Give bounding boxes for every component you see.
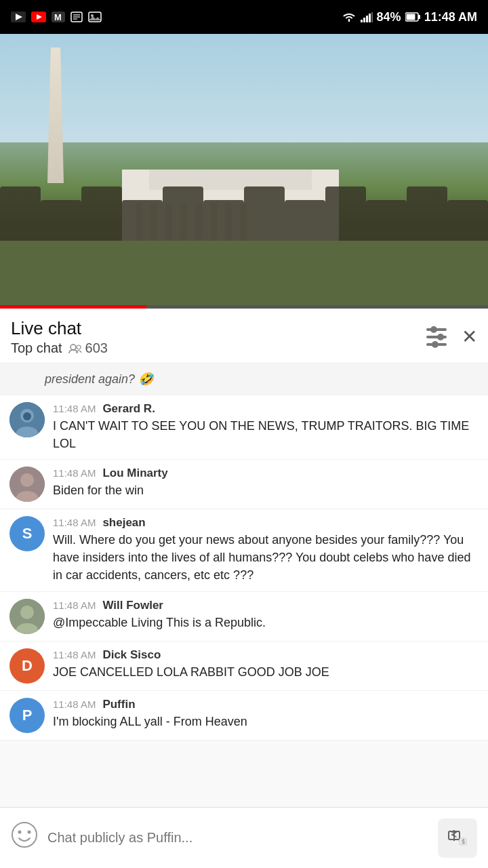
video-progress-fill xyxy=(0,305,146,309)
play-icon xyxy=(11,12,26,22)
list-item: S 11:48 AM shejean Will. Where do you ge… xyxy=(0,509,488,591)
send-button[interactable]: $ xyxy=(438,818,477,858)
signal-icon xyxy=(361,12,373,22)
filter-button[interactable] xyxy=(426,328,447,346)
message-author: shejean xyxy=(102,516,145,530)
message-text: Biden for the win xyxy=(53,481,479,499)
message-body: 11:48 AM Lou Minarty Biden for the win xyxy=(53,467,479,499)
message-time: 11:48 AM xyxy=(53,467,96,479)
avatar xyxy=(9,467,45,502)
avatar xyxy=(9,402,45,437)
video-player[interactable] xyxy=(0,34,488,309)
emoji-icon xyxy=(11,821,38,848)
message-time: 11:48 AM xyxy=(53,599,96,611)
svg-rect-17 xyxy=(371,12,373,22)
status-time: 11:48 AM xyxy=(424,10,477,24)
list-item: 11:48 AM Will Fowler @Impeccable Living … xyxy=(0,592,488,642)
close-chat-button[interactable]: ✕ xyxy=(462,328,477,347)
message-author: Lou Minarty xyxy=(102,467,167,480)
message-meta: 11:48 AM Dick Sisco xyxy=(53,648,479,662)
video-progress-bar[interactable] xyxy=(0,305,488,309)
svg-rect-13 xyxy=(361,20,363,22)
list-item: 11:48 AM Lou Minarty Biden for the win xyxy=(0,460,488,509)
svg-text:M: M xyxy=(54,12,62,22)
message-body: 11:48 AM Puffin I'm blocking ALL yall - … xyxy=(53,698,479,730)
ground xyxy=(0,241,488,309)
slider-row-3 xyxy=(426,343,447,346)
message-body: 11:48 AM Will Fowler @Impeccable Living … xyxy=(53,599,479,631)
message-text: JOE CANCELLED LOLA RABBIT GOOD JOB JOE xyxy=(53,663,479,681)
message-body: 11:48 AM shejean Will. Where do you get … xyxy=(53,516,479,584)
status-icons: M xyxy=(11,12,102,22)
message-time: 11:48 AM xyxy=(53,698,96,710)
image-icon xyxy=(88,12,102,22)
svg-point-33 xyxy=(12,823,37,847)
message-author: Puffin xyxy=(102,698,135,711)
status-bar: M 84% xyxy=(0,0,488,34)
viewers-icon xyxy=(68,343,83,354)
emoji-button[interactable] xyxy=(11,821,38,854)
message-author: Will Fowler xyxy=(102,599,163,612)
chat-header-sub: Top chat 603 xyxy=(11,340,108,356)
svg-text:$: $ xyxy=(462,838,465,845)
slider-row-1 xyxy=(426,328,447,331)
viewer-count-area: 603 xyxy=(68,340,108,356)
avatar-image xyxy=(9,467,45,502)
avatar-image xyxy=(9,402,45,437)
svg-rect-14 xyxy=(363,18,365,22)
file-icon xyxy=(70,12,83,22)
video-sky xyxy=(0,34,488,142)
chat-header: Live chat Top chat 603 ✕ xyxy=(0,309,488,363)
avatar-letter: P xyxy=(22,707,33,724)
avatar xyxy=(9,599,45,634)
message-meta: 11:48 AM Lou Minarty xyxy=(53,467,479,480)
message-meta: 11:48 AM Puffin xyxy=(53,698,479,711)
svg-point-35 xyxy=(28,831,31,834)
svg-point-28 xyxy=(20,473,34,487)
youtube-icon xyxy=(31,12,46,22)
svg-marker-12 xyxy=(89,16,101,20)
top-chat-label[interactable]: Top chat xyxy=(11,340,62,356)
message-meta: 11:48 AM Will Fowler xyxy=(53,599,479,612)
live-chat-title: Live chat xyxy=(11,318,108,339)
avatar: S xyxy=(9,516,45,551)
message-author: Dick Sisco xyxy=(102,648,161,662)
viewer-count: 603 xyxy=(85,340,108,356)
chat-input[interactable] xyxy=(47,819,428,857)
message-time: 11:48 AM xyxy=(53,649,96,660)
message-body: 11:48 AM Dick Sisco JOE CANCELLED LOLA R… xyxy=(53,648,479,681)
message-body: 11:48 AM Gerard R. I CAN'T WAIT TO SEE Y… xyxy=(53,402,479,452)
avatar: D xyxy=(9,648,45,684)
message-text: I CAN'T WAIT TO SEE YOU ON THE NEWS, TRU… xyxy=(53,417,479,452)
svg-point-34 xyxy=(18,831,22,834)
message-time: 11:48 AM xyxy=(53,403,96,414)
list-item: D 11:48 AM Dick Sisco JOE CANCELLED LOLA… xyxy=(0,642,488,691)
slider-row-2 xyxy=(426,336,447,338)
svg-point-22 xyxy=(77,345,81,349)
avatar-letter: D xyxy=(22,657,33,675)
message-text: @Impeccable Living This is a Republic. xyxy=(53,614,479,631)
list-item: president again? 🤣 xyxy=(0,363,488,395)
chat-input-bar: $ xyxy=(0,807,488,868)
chat-header-info: Live chat Top chat 603 xyxy=(11,318,108,356)
list-item: 11:48 AM Gerard R. I CAN'T WAIT TO SEE Y… xyxy=(0,395,488,460)
partial-message-text: president again? 🤣 xyxy=(45,370,153,388)
svg-point-21 xyxy=(70,344,76,350)
send-icon: $ xyxy=(447,829,468,848)
list-item: P 11:48 AM Puffin I'm blocking ALL yall … xyxy=(0,691,488,741)
svg-rect-20 xyxy=(406,14,415,20)
battery-percent: 84% xyxy=(377,10,401,24)
avatar-image xyxy=(9,599,45,634)
chat-messages-container: president again? 🤣 11:48 AM Gerard R. I … xyxy=(0,363,488,808)
message-author: Gerard R. xyxy=(102,402,155,416)
chat-header-actions: ✕ xyxy=(426,328,477,347)
avatar-letter: S xyxy=(22,525,33,542)
svg-rect-19 xyxy=(418,15,420,19)
message-time: 11:48 AM xyxy=(53,517,96,528)
wifi-icon xyxy=(342,12,357,22)
status-right: 84% 11:48 AM xyxy=(342,10,477,24)
svg-point-31 xyxy=(20,606,34,619)
svg-rect-15 xyxy=(366,16,368,22)
message-meta: 11:48 AM shejean xyxy=(53,516,479,530)
m-icon: M xyxy=(52,12,65,22)
